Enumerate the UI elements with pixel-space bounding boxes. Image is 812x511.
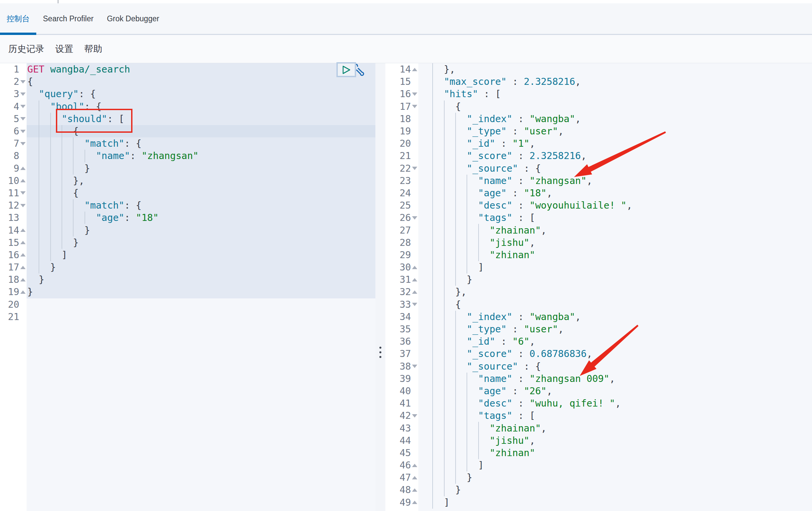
- indent-guide: [444, 410, 444, 422]
- fold-marker-icon[interactable]: [411, 365, 418, 368]
- indent-guide: [455, 472, 456, 484]
- fold-marker-icon[interactable]: [19, 266, 27, 269]
- indent-guide: [444, 459, 444, 472]
- code-line: 8 "name": "zhangsan": [0, 150, 375, 162]
- fold-marker-icon[interactable]: [19, 229, 27, 232]
- code-line: 1GET wangba/_search: [0, 63, 375, 76]
- fold-marker-icon[interactable]: [19, 167, 27, 170]
- fold-marker-icon[interactable]: [411, 303, 418, 306]
- indent-guide: [432, 273, 433, 286]
- line-number: 11: [0, 188, 19, 199]
- top-divider: [58, 0, 59, 3]
- line-number: 20: [385, 138, 411, 149]
- menu-item-settings[interactable]: 设置: [55, 43, 73, 55]
- code-line: 35 "_type" : "user",: [385, 323, 812, 335]
- line-number: 39: [385, 373, 411, 384]
- request-editor[interactable]: 1GET wangba/_search2{3 "query": {4 "bool…: [0, 63, 375, 511]
- indent-guide: [73, 224, 74, 236]
- line-number: 19: [385, 126, 411, 137]
- tab-grok-debugger[interactable]: Grok Debugger: [100, 3, 166, 34]
- indent-guide: [444, 113, 444, 125]
- fold-marker-icon[interactable]: [411, 105, 418, 108]
- indent-guide: [432, 199, 433, 212]
- indent-guide: [467, 224, 467, 236]
- fold-marker-icon[interactable]: [411, 92, 418, 96]
- fold-marker-icon[interactable]: [19, 191, 27, 194]
- fold-marker-icon[interactable]: [19, 179, 27, 182]
- indent-guide: [432, 138, 433, 150]
- indent-guide: [50, 224, 51, 236]
- indent-guide: [467, 459, 467, 472]
- fold-marker-icon[interactable]: [19, 241, 27, 244]
- fold-marker-icon[interactable]: [411, 216, 418, 219]
- indent-guide: [444, 212, 444, 224]
- code-line: 30 ]: [385, 261, 812, 273]
- indent-guide: [467, 385, 467, 397]
- code-line: 34 "_index" : "wangba",: [385, 311, 812, 323]
- line-number: 23: [385, 175, 411, 186]
- code-line: 3 "query": {: [0, 88, 375, 100]
- fold-marker-icon[interactable]: [19, 117, 27, 120]
- fold-marker-icon[interactable]: [19, 80, 27, 84]
- indent-guide: [85, 150, 85, 162]
- code-line: 16 "hits" : [: [385, 88, 812, 100]
- code-line: 29 "zhinan": [385, 249, 812, 261]
- fold-marker-icon[interactable]: [19, 142, 27, 145]
- editor-resizer[interactable]: [375, 63, 385, 511]
- dev-tools-tab-bar: 控制台 Search Profiler Grok Debugger: [0, 3, 812, 35]
- fold-marker-icon[interactable]: [411, 278, 418, 281]
- fold-marker-icon[interactable]: [411, 476, 418, 479]
- indent-guide: [432, 298, 433, 311]
- indent-guide: [432, 261, 433, 273]
- code-line: 21 "_score" : 2.3258216,: [385, 150, 812, 162]
- resizer-dot-icon: [379, 347, 381, 349]
- fold-marker-icon[interactable]: [19, 278, 27, 281]
- line-number: 21: [0, 311, 19, 322]
- code-line: 25 "desc" : "woyouhuilaile! ",: [385, 199, 812, 212]
- indent-guide: [467, 397, 467, 410]
- fold-marker-icon[interactable]: [19, 253, 27, 257]
- fold-marker-icon[interactable]: [19, 291, 27, 294]
- send-request-button[interactable]: [337, 62, 356, 77]
- code-line: 16 ]: [0, 249, 375, 261]
- line-number: 21: [385, 150, 411, 161]
- fold-marker-icon[interactable]: [411, 266, 418, 269]
- indent-guide: [467, 261, 467, 273]
- line-number: 10: [0, 175, 19, 186]
- indent-guide: [38, 237, 39, 249]
- indent-guide: [432, 323, 433, 335]
- fold-marker-icon[interactable]: [411, 167, 418, 170]
- indent-guide: [444, 237, 444, 249]
- indent-guide: [432, 447, 433, 459]
- code-line: 47 }: [385, 472, 812, 484]
- code-line: 5 "should": [: [0, 113, 375, 125]
- fold-marker-icon[interactable]: [411, 414, 418, 418]
- fold-marker-icon[interactable]: [19, 92, 27, 96]
- menu-item-history[interactable]: 历史记录: [8, 43, 44, 55]
- indent-guide: [62, 125, 62, 138]
- indent-guide: [432, 360, 433, 372]
- code-line: 28 "jishu",: [385, 237, 812, 249]
- response-editor[interactable]: 14 },15 "max_score" : 2.3258216,16 "hits…: [385, 63, 812, 511]
- code-line: 17 }: [0, 261, 375, 273]
- indent-guide: [432, 63, 433, 76]
- code-line: 14 }: [0, 224, 375, 236]
- fold-marker-icon[interactable]: [411, 68, 418, 71]
- code-line: 19}: [0, 286, 375, 298]
- indent-guide: [455, 237, 456, 249]
- fold-marker-icon[interactable]: [411, 501, 418, 504]
- code-line: 13 "age": "18": [0, 212, 375, 224]
- code-line: 19 "_type" : "user",: [385, 125, 812, 138]
- line-number: 40: [385, 386, 411, 396]
- code-line: 2{: [0, 76, 375, 88]
- fold-marker-icon[interactable]: [19, 204, 27, 207]
- fold-marker-icon[interactable]: [411, 488, 418, 492]
- tab-console[interactable]: 控制台: [0, 3, 36, 34]
- code-line: 36 "_id" : "6",: [385, 335, 812, 348]
- menu-item-help[interactable]: 帮助: [84, 43, 102, 55]
- fold-marker-icon[interactable]: [19, 105, 27, 108]
- tab-search-profiler[interactable]: Search Profiler: [36, 3, 100, 34]
- fold-marker-icon[interactable]: [19, 130, 27, 133]
- fold-marker-icon[interactable]: [411, 291, 418, 294]
- fold-marker-icon[interactable]: [411, 464, 418, 467]
